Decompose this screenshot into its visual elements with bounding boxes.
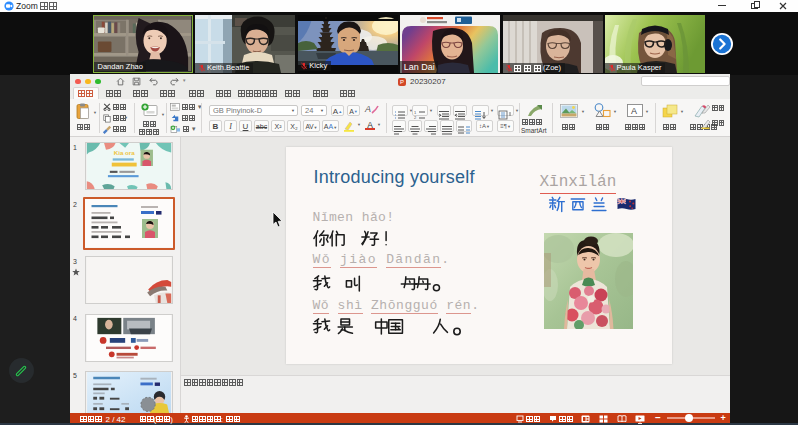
svg-text:Kia ora: Kia ora: [113, 149, 135, 156]
svg-text:2: 2: [414, 115, 417, 120]
svg-text:A: A: [631, 106, 637, 116]
